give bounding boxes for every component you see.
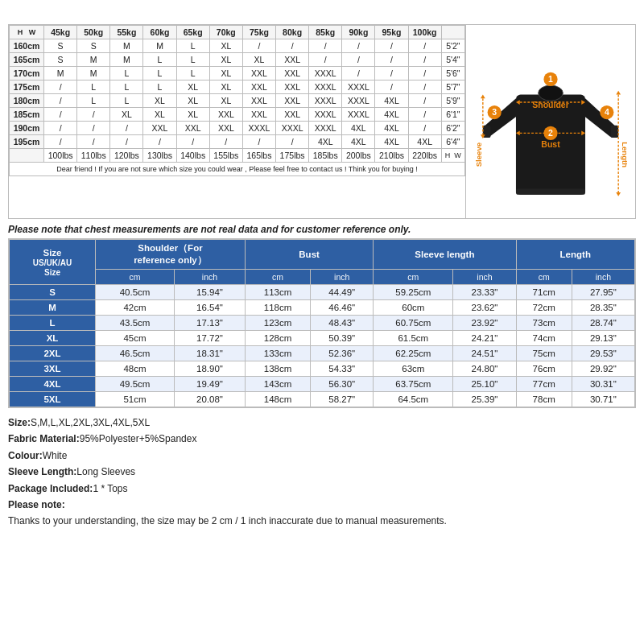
size-cell: S xyxy=(77,39,110,53)
ref-cell: 6'1" xyxy=(441,108,464,122)
sl-cm-cell: 61.5cm xyxy=(374,331,453,346)
wh-90: 90kg xyxy=(342,26,375,39)
size-cell: / xyxy=(408,67,441,80)
sl-inch-cell: 24.51" xyxy=(453,346,516,361)
measurement-row: L43.5cm17.13"123cm48.43"60.75cm23.92"73c… xyxy=(10,316,635,331)
size-cell: / xyxy=(408,53,441,67)
height-cell: 185cm xyxy=(10,108,44,122)
size-cell: S xyxy=(44,39,77,53)
bu-cm-cell: 118cm xyxy=(245,300,310,316)
size-cell: / xyxy=(77,135,110,149)
le-inch-cell: 29.53" xyxy=(572,346,634,361)
bu-inch-cell: 50.39" xyxy=(311,331,374,346)
measurement-header-top: SizeUS/UK/AUSize Shoulder（Forreference o… xyxy=(10,240,635,270)
sweater-diagram: 1 Shoulder 2 Bust 3 Sleeve 4 Length xyxy=(466,25,635,218)
size-cell: M xyxy=(77,67,110,80)
height-cell: 160cm xyxy=(10,39,44,53)
size-grid-row: 190cm///XXLXXLXXLXXXLXXXLXXXL4XL4XL/6'2" xyxy=(10,122,465,135)
size-cell: XXL xyxy=(242,67,275,80)
sh-inch-cell: 15.94" xyxy=(175,285,246,300)
svg-marker-27 xyxy=(481,95,485,99)
size-cell: 4XL xyxy=(342,135,375,149)
lbs-200: 200lbs xyxy=(342,149,375,163)
size-grid-row: 195cm////////4XL4XL4XL4XL6'4" xyxy=(10,135,465,149)
size-cell: / xyxy=(44,122,77,135)
size-cell: 4XL xyxy=(375,94,408,108)
size-cell: XL xyxy=(143,108,176,122)
size-cell: XXL xyxy=(143,122,176,135)
ref-cell: 5'9" xyxy=(441,94,464,108)
height-cell: 180cm xyxy=(10,94,44,108)
sl-inch-cell: 24.80" xyxy=(453,361,516,377)
sleeve-header: Sleeve length xyxy=(374,240,516,270)
size-cell: / xyxy=(110,122,143,135)
size-cell: / xyxy=(44,135,77,149)
sh-inch-cell: 18.90" xyxy=(175,361,246,377)
svg-point-1 xyxy=(539,85,564,101)
measurement-table: SizeUS/UK/AUSize Shoulder（Forreference o… xyxy=(9,239,635,407)
size-cell: / xyxy=(408,122,441,135)
lbs-120: 120lbs xyxy=(110,149,143,163)
size-cell: / xyxy=(276,39,309,53)
bu-cm-cell: 138cm xyxy=(245,361,310,377)
bu-inch-cell: 56.30" xyxy=(311,377,374,392)
size-cell: / xyxy=(375,53,408,67)
size-cell: XXL xyxy=(209,108,242,122)
size-cell: / xyxy=(77,108,110,122)
size-cell: M xyxy=(110,39,143,53)
le-cm-cell: 78cm xyxy=(516,392,572,407)
sl-inch-cell: 25.10" xyxy=(453,377,516,392)
ref-cell: 5'4" xyxy=(441,53,464,67)
le-inch: inch xyxy=(572,270,634,285)
size-cell: L xyxy=(176,39,209,53)
size-grid-row: 175cm/LLLXLXLXXLXXLXXXLXXXL//5'7" xyxy=(10,80,465,94)
measurement-row: XL45cm17.72"128cm50.39"61.5cm24.21"74cm2… xyxy=(10,331,635,346)
size-cell: XXL xyxy=(176,122,209,135)
wh-55: 55kg xyxy=(110,26,143,39)
wh-50: 50kg xyxy=(77,26,110,39)
size-cell: XXXL xyxy=(309,108,342,122)
size-cell: XXXL xyxy=(342,108,375,122)
size-cell: M xyxy=(77,53,110,67)
bu-cm-cell: 123cm xyxy=(245,316,310,331)
measurement-body: S40.5cm15.94"113cm44.49"59.25cm23.33"71c… xyxy=(10,285,635,407)
lbs-220: 220lbs xyxy=(408,149,441,163)
size-cell: XL xyxy=(209,67,242,80)
le-cm-cell: 75cm xyxy=(516,346,572,361)
svg-text:Shoulder: Shoulder xyxy=(532,100,569,109)
sl-cm-cell: 63.75cm xyxy=(374,377,453,392)
size-cell: XL xyxy=(110,108,143,122)
size-cell: / xyxy=(176,135,209,149)
bu-cm: cm xyxy=(245,270,310,285)
size-cell: / xyxy=(44,80,77,94)
size-cell: 4XL xyxy=(10,377,96,392)
size-cell: L xyxy=(110,94,143,108)
size-cell: / xyxy=(276,135,309,149)
size-cell: L xyxy=(77,94,110,108)
wh-100: 100kg xyxy=(408,26,441,39)
le-inch-cell: 28.35" xyxy=(572,300,634,316)
bu-cm-cell: 113cm xyxy=(245,285,310,300)
size-cell: / xyxy=(375,67,408,80)
size-cell: XXL xyxy=(242,108,275,122)
svg-text:Length: Length xyxy=(621,142,627,167)
sh-inch-cell: 17.72" xyxy=(175,331,246,346)
size-cell: L xyxy=(176,53,209,67)
size-grid-row: 165cmSMMLLXLXLXXL////5'4" xyxy=(10,53,465,67)
size-cell: 4XL xyxy=(309,135,342,149)
size-cell: / xyxy=(408,80,441,94)
measurement-table-wrap: SizeUS/UK/AUSize Shoulder（Forreference o… xyxy=(8,238,636,408)
sh-inch-cell: 19.49" xyxy=(175,377,246,392)
sh-inch-cell: 18.31" xyxy=(175,346,246,361)
top-section: H W 45kg 50kg 55kg 60kg 65kg 70kg 75kg 8… xyxy=(8,24,636,219)
bu-inch-cell: 52.36" xyxy=(311,346,374,361)
measurement-row: 5XL51cm20.08"148cm58.27"64.5cm25.39"78cm… xyxy=(10,392,635,407)
sl-cm-cell: 59.25cm xyxy=(374,285,453,300)
size-grid-row: 170cmMMLLLXLXXLXXLXXXL///5'6" xyxy=(10,67,465,80)
size-grid-row: 185cm//XLXLXLXXLXXLXXLXXXLXXXL4XL/6'1" xyxy=(10,108,465,122)
size-cell: 2XL xyxy=(10,346,96,361)
svg-text:Bust: Bust xyxy=(541,139,560,149)
size-cell: L xyxy=(10,316,96,331)
size-cell: 4XL xyxy=(375,135,408,149)
size-cell: M xyxy=(44,67,77,80)
